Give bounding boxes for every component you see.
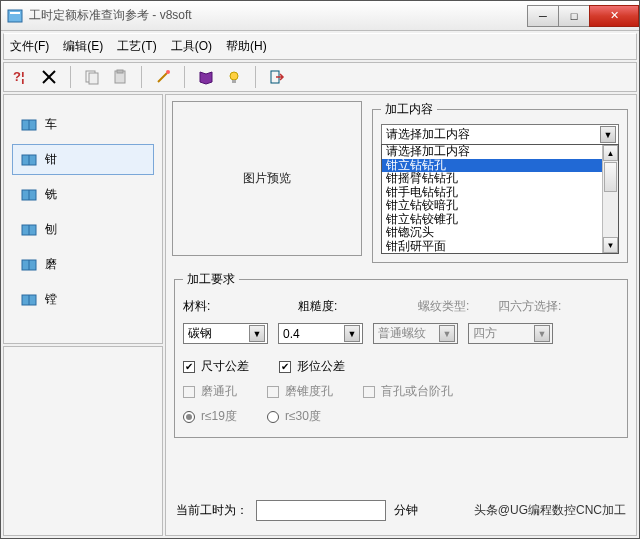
menubar: 文件(F) 编辑(E) 工艺(T) 工具(O) 帮助(H) bbox=[3, 33, 637, 60]
nav-item-label: 磨 bbox=[45, 256, 57, 273]
menu-file[interactable]: 文件(F) bbox=[10, 38, 49, 55]
nav-item-1[interactable]: 钳 bbox=[12, 144, 154, 175]
nav-item-label: 钳 bbox=[45, 151, 57, 168]
book-icon bbox=[21, 257, 37, 273]
list-item[interactable]: 钳立钻钻孔 bbox=[382, 159, 618, 173]
nav-panel: 车钳铣刨磨镗 bbox=[3, 94, 163, 344]
r30-radio bbox=[267, 411, 279, 423]
list-item[interactable]: 钳立钻铰暗孔 bbox=[382, 199, 618, 213]
chevron-down-icon: ▼ bbox=[534, 325, 550, 342]
requirements-fieldset: 加工要求 材料: 粗糙度: 螺纹类型: 四六方选择: 碳钢 ▼ 0.4 bbox=[174, 271, 628, 438]
help-icon[interactable]: ?¦ bbox=[10, 66, 32, 88]
book-icon bbox=[21, 222, 37, 238]
preview-area: 图片预览 bbox=[172, 101, 362, 256]
svg-text:?¦: ?¦ bbox=[13, 69, 25, 84]
menu-tech[interactable]: 工艺(T) bbox=[117, 38, 156, 55]
maximize-button[interactable]: □ bbox=[558, 5, 590, 27]
list-item[interactable]: 钳锪沉头 bbox=[382, 226, 618, 240]
nav-item-4[interactable]: 磨 bbox=[12, 249, 154, 280]
chevron-down-icon: ▼ bbox=[439, 325, 455, 342]
bottom-bar: 当前工时为： 分钟 头条@UG编程数控CNC加工 bbox=[172, 488, 630, 529]
wand-icon[interactable] bbox=[152, 66, 174, 88]
svg-point-11 bbox=[230, 72, 238, 80]
thread-value: 普通螺纹 bbox=[378, 325, 426, 342]
scroll-up-icon[interactable]: ▲ bbox=[603, 145, 618, 161]
toolbar-separator bbox=[70, 66, 71, 88]
nav-item-2[interactable]: 铣 bbox=[12, 179, 154, 210]
list-item[interactable]: 钳摇臂钻钻孔 bbox=[382, 172, 618, 186]
r19-radio bbox=[183, 411, 195, 423]
current-time-label: 当前工时为： bbox=[176, 502, 248, 519]
watermark: 头条@UG编程数控CNC加工 bbox=[474, 502, 626, 519]
material-combo[interactable]: 碳钢 ▼ bbox=[183, 323, 268, 344]
requirements-legend: 加工要求 bbox=[183, 271, 239, 288]
toolbar-separator bbox=[255, 66, 256, 88]
r30-label: r≤30度 bbox=[285, 408, 321, 425]
through-hole-label: 磨通孔 bbox=[201, 383, 237, 400]
nav-item-3[interactable]: 刨 bbox=[12, 214, 154, 245]
app-icon bbox=[7, 8, 23, 24]
svg-point-10 bbox=[166, 70, 170, 74]
blind-hole-checkbox bbox=[363, 386, 375, 398]
list-item[interactable]: 钳手电钻钻孔 bbox=[382, 186, 618, 200]
size-tolerance-checkbox[interactable]: ✔ bbox=[183, 361, 195, 373]
nav-item-0[interactable]: 车 bbox=[12, 109, 154, 140]
close-button[interactable]: ✕ bbox=[589, 5, 639, 27]
svg-rect-6 bbox=[89, 73, 98, 84]
svg-rect-8 bbox=[117, 70, 123, 73]
menu-edit[interactable]: 编辑(E) bbox=[63, 38, 103, 55]
blind-hole-label: 盲孔或台阶孔 bbox=[381, 383, 453, 400]
thread-label: 螺纹类型: bbox=[418, 298, 488, 315]
scrollbar[interactable]: ▲ ▼ bbox=[602, 145, 618, 253]
paste-icon[interactable] bbox=[109, 66, 131, 88]
material-value: 碳钢 bbox=[188, 325, 212, 342]
body: 车钳铣刨磨镗 图片预览 加工内容 请选择加工内容 ▼ 请选择加工内容钳立钻钻孔钳… bbox=[1, 94, 639, 538]
through-hole-checkbox bbox=[183, 386, 195, 398]
menu-tool[interactable]: 工具(O) bbox=[171, 38, 212, 55]
chevron-down-icon: ▼ bbox=[344, 325, 360, 342]
delete-icon[interactable] bbox=[38, 66, 60, 88]
taper-hole-label: 磨锥度孔 bbox=[285, 383, 333, 400]
book-icon bbox=[21, 152, 37, 168]
book-icon bbox=[21, 292, 37, 308]
exit-icon[interactable] bbox=[266, 66, 288, 88]
svg-rect-12 bbox=[232, 80, 236, 83]
menu-help[interactable]: 帮助(H) bbox=[226, 38, 267, 55]
list-item[interactable]: 请选择加工内容 bbox=[382, 145, 618, 159]
size-tolerance-label: 尺寸公差 bbox=[201, 358, 249, 375]
current-time-input[interactable] bbox=[256, 500, 386, 521]
content-legend: 加工内容 bbox=[381, 101, 437, 118]
copy-icon[interactable] bbox=[81, 66, 103, 88]
roughness-combo[interactable]: 0.4 ▼ bbox=[278, 323, 363, 344]
shape-tolerance-checkbox[interactable]: ✔ bbox=[279, 361, 291, 373]
scroll-thumb[interactable] bbox=[604, 162, 617, 192]
toolbar: ?¦ bbox=[3, 62, 637, 92]
list-item[interactable]: 钳刮研平面 bbox=[382, 240, 618, 254]
top-row: 图片预览 加工内容 请选择加工内容 ▼ 请选择加工内容钳立钻钻孔钳摇臂钻钻孔钳手… bbox=[172, 101, 630, 263]
thread-combo: 普通螺纹 ▼ bbox=[373, 323, 458, 344]
nav-item-5[interactable]: 镗 bbox=[12, 284, 154, 315]
bulb-icon[interactable] bbox=[223, 66, 245, 88]
chevron-down-icon: ▼ bbox=[600, 126, 616, 143]
book-icon[interactable] bbox=[195, 66, 217, 88]
nav-item-label: 铣 bbox=[45, 186, 57, 203]
scroll-down-icon[interactable]: ▼ bbox=[603, 237, 618, 253]
app-window: 工时定额标准查询参考 - v8soft ─ □ ✕ 文件(F) 编辑(E) 工艺… bbox=[0, 0, 640, 539]
preview-label: 图片预览 bbox=[243, 170, 291, 187]
content-combo[interactable]: 请选择加工内容 ▼ bbox=[381, 124, 619, 145]
toolbar-separator bbox=[184, 66, 185, 88]
right-panel: 图片预览 加工内容 请选择加工内容 ▼ 请选择加工内容钳立钻钻孔钳摇臂钻钻孔钳手… bbox=[165, 94, 637, 536]
taper-hole-checkbox bbox=[267, 386, 279, 398]
unit-label: 分钟 bbox=[394, 502, 418, 519]
nav-item-label: 镗 bbox=[45, 291, 57, 308]
minimize-button[interactable]: ─ bbox=[527, 5, 559, 27]
content-listbox[interactable]: 请选择加工内容钳立钻钻孔钳摇臂钻钻孔钳手电钻钻孔钳立钻铰暗孔钳立钻铰锥孔钳锪沉头… bbox=[381, 144, 619, 254]
shape-tolerance-label: 形位公差 bbox=[297, 358, 345, 375]
bottom-left-panel bbox=[3, 346, 163, 536]
chevron-down-icon: ▼ bbox=[249, 325, 265, 342]
list-item[interactable]: 钳立钻铰锥孔 bbox=[382, 213, 618, 227]
roughness-value: 0.4 bbox=[283, 327, 300, 341]
material-label: 材料: bbox=[183, 298, 223, 315]
content-combo-value: 请选择加工内容 bbox=[386, 126, 470, 143]
nav-item-label: 刨 bbox=[45, 221, 57, 238]
